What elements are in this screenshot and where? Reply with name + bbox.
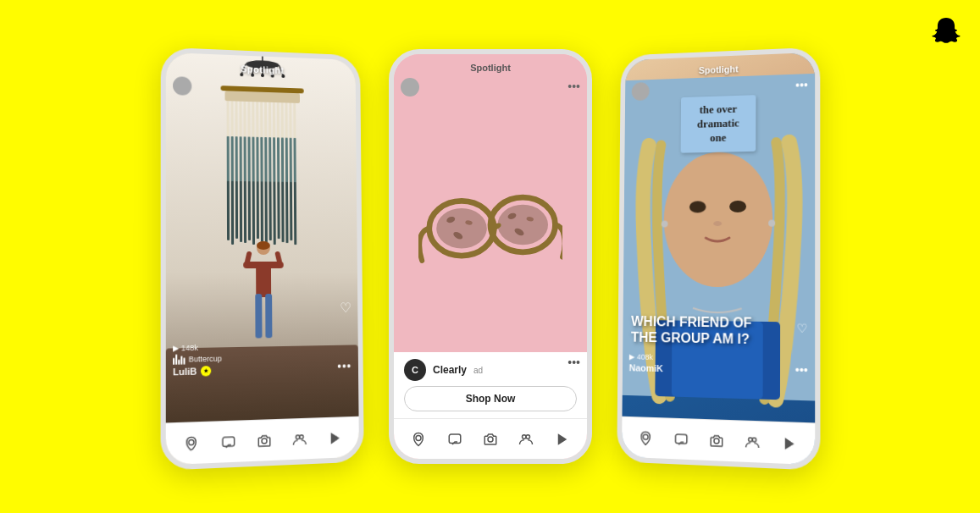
svg-rect-28 bbox=[285, 102, 287, 141]
spotlight-label-2: Spotlight bbox=[470, 63, 511, 73]
svg-rect-57 bbox=[264, 181, 267, 243]
svg-rect-56 bbox=[260, 181, 263, 242]
avatar-2 bbox=[401, 78, 419, 97]
phone-center: Spotlight ••• bbox=[389, 49, 592, 464]
bottom-info-1: ▶ 148k Buttercup L bbox=[173, 341, 352, 378]
more-dots-3-top[interactable]: ••• bbox=[795, 78, 808, 92]
brand-name: Clearly bbox=[433, 364, 467, 376]
nav-friends-3[interactable] bbox=[743, 432, 761, 451]
phone-frame-2: Spotlight ••• bbox=[389, 49, 592, 464]
svg-line-68 bbox=[246, 254, 249, 265]
heart-icon-1[interactable]: ♡ bbox=[340, 300, 352, 316]
more-dots-2b[interactable]: ••• bbox=[568, 356, 580, 369]
svg-rect-70 bbox=[256, 265, 271, 297]
svg-rect-33 bbox=[235, 136, 237, 182]
verified-badge-1: ★ bbox=[200, 366, 210, 377]
svg-rect-35 bbox=[243, 136, 246, 185]
svg-rect-39 bbox=[260, 137, 263, 184]
svg-point-76 bbox=[296, 434, 299, 439]
phone-frame-3: Spotlight ••• the overdramaticone WHICH … bbox=[617, 47, 820, 471]
nav-camera-2[interactable] bbox=[480, 430, 499, 449]
svg-rect-36 bbox=[247, 137, 250, 184]
svg-rect-61 bbox=[281, 182, 284, 242]
svg-rect-59 bbox=[273, 182, 275, 245]
phone-screen-1: Spotlight ♡ ▶ 148k bbox=[165, 52, 358, 465]
more-dots-1[interactable]: ••• bbox=[337, 359, 352, 372]
nav-chat-1[interactable] bbox=[219, 432, 237, 451]
nav-location-1[interactable] bbox=[181, 433, 201, 454]
svg-point-91 bbox=[487, 437, 492, 442]
svg-point-73 bbox=[188, 439, 193, 444]
svg-marker-78 bbox=[330, 432, 339, 444]
svg-rect-41 bbox=[269, 137, 271, 183]
nav-chat-2[interactable] bbox=[445, 430, 463, 449]
song-name: Buttercup bbox=[188, 354, 221, 363]
play-count-3: ▶ 408k bbox=[628, 352, 662, 361]
svg-rect-20 bbox=[252, 102, 254, 141]
more-dots-2a[interactable]: ••• bbox=[568, 80, 580, 93]
svg-rect-27 bbox=[280, 102, 283, 139]
svg-rect-32 bbox=[230, 136, 233, 185]
svg-rect-22 bbox=[260, 102, 263, 138]
svg-rect-51 bbox=[239, 181, 241, 242]
svg-rect-63 bbox=[289, 182, 291, 240]
svg-rect-71 bbox=[255, 294, 262, 338]
svg-rect-24 bbox=[268, 102, 270, 138]
spotlight-label-1: Spotlight bbox=[241, 63, 284, 75]
svg-point-77 bbox=[300, 434, 303, 439]
svg-rect-52 bbox=[243, 181, 246, 243]
svg-point-108 bbox=[752, 438, 756, 442]
svg-rect-58 bbox=[269, 182, 271, 241]
nav-chat-3[interactable] bbox=[671, 429, 689, 449]
svg-rect-25 bbox=[272, 102, 274, 141]
svg-rect-55 bbox=[256, 181, 258, 239]
svg-rect-16 bbox=[235, 102, 237, 142]
svg-rect-64 bbox=[293, 182, 296, 245]
screen-content-1: Spotlight ♡ ▶ 148k bbox=[165, 52, 358, 423]
nav-play-1[interactable] bbox=[325, 428, 344, 448]
svg-rect-72 bbox=[265, 294, 272, 338]
more-dots-3-bottom[interactable]: ••• bbox=[795, 363, 807, 378]
nav-play-3[interactable] bbox=[779, 433, 799, 454]
phone-right: Spotlight ••• the overdramaticone WHICH … bbox=[617, 47, 820, 471]
macrame-art bbox=[216, 84, 308, 256]
nav-bar-2 bbox=[394, 418, 587, 459]
nav-camera-1[interactable] bbox=[254, 431, 273, 450]
phone-screen-2: Spotlight ••• bbox=[394, 54, 587, 459]
svg-rect-49 bbox=[230, 181, 233, 245]
svg-marker-109 bbox=[784, 438, 794, 450]
svg-line-69 bbox=[277, 254, 280, 265]
heart-icon-3[interactable]: ♡ bbox=[796, 321, 807, 335]
nav-bar-1 bbox=[165, 416, 358, 466]
brand-logo: C bbox=[404, 359, 426, 381]
svg-rect-31 bbox=[226, 136, 229, 183]
ad-banner: C Clearly ad Shop Now bbox=[394, 352, 587, 418]
phone-left: Spotlight ♡ ▶ 148k bbox=[160, 47, 363, 471]
svg-rect-18 bbox=[243, 102, 246, 141]
shop-now-button[interactable]: Shop Now bbox=[404, 386, 577, 411]
svg-rect-40 bbox=[264, 137, 267, 185]
username-3: NaomiK bbox=[628, 362, 662, 373]
nav-friends-2[interactable] bbox=[517, 430, 535, 449]
nav-friends-1[interactable] bbox=[291, 429, 309, 449]
svg-rect-19 bbox=[247, 102, 250, 138]
svg-point-104 bbox=[643, 434, 648, 439]
nav-play-2[interactable] bbox=[552, 430, 571, 449]
svg-point-92 bbox=[522, 434, 526, 439]
brand-row: C Clearly ad bbox=[404, 359, 577, 381]
phones-container: Spotlight ♡ ▶ 148k bbox=[145, 32, 836, 481]
snapchat-logo bbox=[931, 15, 961, 46]
nav-location-2[interactable] bbox=[409, 430, 428, 449]
svg-rect-26 bbox=[276, 102, 279, 140]
nav-bar-3 bbox=[622, 416, 815, 466]
sticky-note: the overdramaticone bbox=[680, 95, 756, 152]
avatar-3 bbox=[631, 82, 649, 101]
svg-rect-14 bbox=[226, 101, 229, 139]
svg-rect-45 bbox=[285, 138, 287, 185]
svg-rect-17 bbox=[239, 102, 241, 139]
nav-location-3[interactable] bbox=[636, 428, 655, 448]
svg-rect-50 bbox=[235, 181, 237, 239]
nav-camera-3[interactable] bbox=[706, 431, 725, 450]
svg-rect-53 bbox=[247, 181, 250, 240]
svg-rect-42 bbox=[273, 137, 275, 185]
